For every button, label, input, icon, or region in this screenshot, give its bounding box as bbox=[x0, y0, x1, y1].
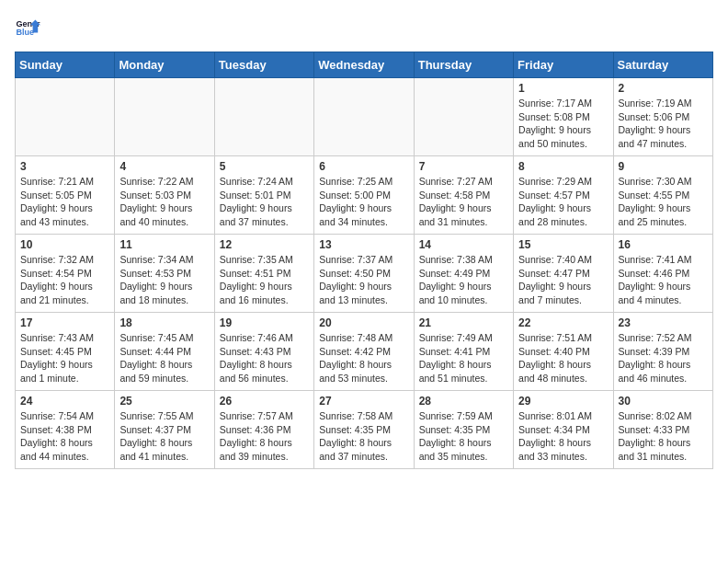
calendar-cell bbox=[214, 78, 313, 156]
day-number: 13 bbox=[319, 238, 408, 251]
cell-info: Sunrise: 8:01 AM Sunset: 4:34 PM Dayligh… bbox=[518, 409, 608, 464]
calendar-week-row: 24Sunrise: 7:54 AM Sunset: 4:38 PM Dayli… bbox=[16, 391, 713, 469]
cell-info: Sunrise: 7:46 AM Sunset: 4:43 PM Dayligh… bbox=[220, 331, 309, 385]
cell-info: Sunrise: 7:25 AM Sunset: 5:00 PM Dayligh… bbox=[319, 175, 408, 229]
calendar-cell: 22Sunrise: 7:51 AM Sunset: 4:40 PM Dayli… bbox=[514, 313, 613, 391]
cell-info: Sunrise: 8:02 AM Sunset: 4:33 PM Dayligh… bbox=[619, 409, 708, 464]
weekday-header-sunday: Sunday bbox=[16, 52, 115, 78]
day-number: 14 bbox=[419, 238, 508, 251]
calendar-cell: 27Sunrise: 7:58 AM Sunset: 4:35 PM Dayli… bbox=[314, 391, 414, 469]
calendar-cell: 15Sunrise: 7:40 AM Sunset: 4:47 PM Dayli… bbox=[514, 235, 613, 313]
day-number: 28 bbox=[419, 395, 508, 408]
cell-info: Sunrise: 7:21 AM Sunset: 5:05 PM Dayligh… bbox=[20, 175, 109, 229]
cell-info: Sunrise: 7:43 AM Sunset: 4:45 PM Dayligh… bbox=[20, 331, 109, 385]
cell-info: Sunrise: 7:45 AM Sunset: 4:44 PM Dayligh… bbox=[119, 331, 209, 385]
weekday-header-monday: Monday bbox=[115, 52, 214, 78]
day-number: 27 bbox=[319, 395, 408, 408]
cell-info: Sunrise: 7:48 AM Sunset: 4:42 PM Dayligh… bbox=[319, 331, 408, 385]
day-number: 19 bbox=[220, 316, 309, 329]
day-number: 17 bbox=[20, 316, 109, 329]
calendar-cell: 23Sunrise: 7:52 AM Sunset: 4:39 PM Dayli… bbox=[613, 313, 712, 391]
cell-info: Sunrise: 7:30 AM Sunset: 4:55 PM Dayligh… bbox=[619, 175, 708, 229]
day-number: 29 bbox=[518, 395, 608, 408]
cell-info: Sunrise: 7:38 AM Sunset: 4:49 PM Dayligh… bbox=[419, 253, 508, 307]
day-number: 12 bbox=[220, 238, 309, 251]
day-number: 2 bbox=[619, 82, 708, 95]
day-number: 5 bbox=[220, 160, 309, 173]
calendar-week-row: 10Sunrise: 7:32 AM Sunset: 4:54 PM Dayli… bbox=[16, 235, 713, 313]
day-number: 25 bbox=[119, 395, 209, 408]
svg-text:Blue: Blue bbox=[16, 28, 34, 37]
cell-info: Sunrise: 7:24 AM Sunset: 5:01 PM Dayligh… bbox=[220, 175, 309, 229]
cell-info: Sunrise: 7:49 AM Sunset: 4:41 PM Dayligh… bbox=[419, 331, 508, 385]
day-number: 16 bbox=[619, 238, 708, 251]
calendar-week-row: 3Sunrise: 7:21 AM Sunset: 5:05 PM Daylig… bbox=[16, 156, 713, 235]
cell-info: Sunrise: 7:34 AM Sunset: 4:53 PM Dayligh… bbox=[119, 253, 209, 307]
cell-info: Sunrise: 7:52 AM Sunset: 4:39 PM Dayligh… bbox=[619, 331, 708, 385]
weekday-header-row: SundayMondayTuesdayWednesdayThursdayFrid… bbox=[16, 52, 713, 78]
cell-info: Sunrise: 7:37 AM Sunset: 4:50 PM Dayligh… bbox=[319, 253, 408, 307]
calendar-cell: 25Sunrise: 7:55 AM Sunset: 4:37 PM Dayli… bbox=[115, 391, 214, 469]
calendar-cell: 4Sunrise: 7:22 AM Sunset: 5:03 PM Daylig… bbox=[115, 156, 214, 235]
cell-info: Sunrise: 7:29 AM Sunset: 4:57 PM Dayligh… bbox=[518, 175, 608, 229]
cell-info: Sunrise: 7:22 AM Sunset: 5:03 PM Dayligh… bbox=[119, 175, 209, 229]
calendar-cell: 18Sunrise: 7:45 AM Sunset: 4:44 PM Dayli… bbox=[115, 313, 214, 391]
calendar-cell: 10Sunrise: 7:32 AM Sunset: 4:54 PM Dayli… bbox=[16, 235, 115, 313]
calendar-week-row: 1Sunrise: 7:17 AM Sunset: 5:08 PM Daylig… bbox=[16, 78, 713, 156]
day-number: 30 bbox=[619, 395, 708, 408]
calendar-cell: 8Sunrise: 7:29 AM Sunset: 4:57 PM Daylig… bbox=[514, 156, 613, 235]
calendar-cell: 14Sunrise: 7:38 AM Sunset: 4:49 PM Dayli… bbox=[414, 235, 513, 313]
day-number: 9 bbox=[619, 160, 708, 173]
weekday-header-friday: Friday bbox=[514, 52, 613, 78]
day-number: 6 bbox=[319, 160, 408, 173]
calendar-table: SundayMondayTuesdayWednesdayThursdayFrid… bbox=[15, 52, 713, 469]
cell-info: Sunrise: 7:32 AM Sunset: 4:54 PM Dayligh… bbox=[20, 253, 109, 307]
day-number: 21 bbox=[419, 316, 508, 329]
day-number: 4 bbox=[119, 160, 209, 173]
calendar-cell: 30Sunrise: 8:02 AM Sunset: 4:33 PM Dayli… bbox=[613, 391, 712, 469]
calendar-cell: 29Sunrise: 8:01 AM Sunset: 4:34 PM Dayli… bbox=[514, 391, 613, 469]
calendar-cell: 28Sunrise: 7:59 AM Sunset: 4:35 PM Dayli… bbox=[414, 391, 513, 469]
day-number: 8 bbox=[518, 160, 608, 173]
calendar-cell: 6Sunrise: 7:25 AM Sunset: 5:00 PM Daylig… bbox=[314, 156, 414, 235]
weekday-header-saturday: Saturday bbox=[613, 52, 712, 78]
calendar-cell bbox=[115, 78, 214, 156]
cell-info: Sunrise: 7:58 AM Sunset: 4:35 PM Dayligh… bbox=[319, 409, 408, 464]
calendar-cell: 21Sunrise: 7:49 AM Sunset: 4:41 PM Dayli… bbox=[414, 313, 513, 391]
day-number: 3 bbox=[20, 160, 109, 173]
cell-info: Sunrise: 7:55 AM Sunset: 4:37 PM Dayligh… bbox=[119, 409, 209, 464]
cell-info: Sunrise: 7:41 AM Sunset: 4:46 PM Dayligh… bbox=[619, 253, 708, 307]
day-number: 22 bbox=[518, 316, 608, 329]
cell-info: Sunrise: 7:54 AM Sunset: 4:38 PM Dayligh… bbox=[20, 409, 109, 464]
day-number: 1 bbox=[518, 82, 608, 95]
day-number: 15 bbox=[518, 238, 608, 251]
cell-info: Sunrise: 7:40 AM Sunset: 4:47 PM Dayligh… bbox=[518, 253, 608, 307]
calendar-cell: 16Sunrise: 7:41 AM Sunset: 4:46 PM Dayli… bbox=[613, 235, 712, 313]
weekday-header-wednesday: Wednesday bbox=[314, 52, 414, 78]
calendar-cell bbox=[414, 78, 513, 156]
calendar-cell: 9Sunrise: 7:30 AM Sunset: 4:55 PM Daylig… bbox=[613, 156, 712, 235]
cell-info: Sunrise: 7:57 AM Sunset: 4:36 PM Dayligh… bbox=[220, 409, 309, 464]
day-number: 20 bbox=[319, 316, 408, 329]
calendar-cell: 17Sunrise: 7:43 AM Sunset: 4:45 PM Dayli… bbox=[16, 313, 115, 391]
calendar-cell: 26Sunrise: 7:57 AM Sunset: 4:36 PM Dayli… bbox=[214, 391, 313, 469]
cell-info: Sunrise: 7:35 AM Sunset: 4:51 PM Dayligh… bbox=[220, 253, 309, 307]
calendar-cell: 1Sunrise: 7:17 AM Sunset: 5:08 PM Daylig… bbox=[514, 78, 613, 156]
day-number: 24 bbox=[20, 395, 109, 408]
cell-info: Sunrise: 7:17 AM Sunset: 5:08 PM Dayligh… bbox=[518, 97, 608, 151]
day-number: 10 bbox=[20, 238, 109, 251]
calendar-week-row: 17Sunrise: 7:43 AM Sunset: 4:45 PM Dayli… bbox=[16, 313, 713, 391]
day-number: 7 bbox=[419, 160, 508, 173]
calendar-cell: 11Sunrise: 7:34 AM Sunset: 4:53 PM Dayli… bbox=[115, 235, 214, 313]
page-header: General Blue bbox=[15, 15, 713, 40]
calendar-cell: 24Sunrise: 7:54 AM Sunset: 4:38 PM Dayli… bbox=[16, 391, 115, 469]
cell-info: Sunrise: 7:27 AM Sunset: 4:58 PM Dayligh… bbox=[419, 175, 508, 229]
logo: General Blue bbox=[15, 15, 40, 40]
day-number: 11 bbox=[119, 238, 209, 251]
calendar-cell: 5Sunrise: 7:24 AM Sunset: 5:01 PM Daylig… bbox=[214, 156, 313, 235]
calendar-cell: 20Sunrise: 7:48 AM Sunset: 4:42 PM Dayli… bbox=[314, 313, 414, 391]
day-number: 26 bbox=[220, 395, 309, 408]
logo-icon: General Blue bbox=[15, 15, 40, 40]
calendar-cell: 2Sunrise: 7:19 AM Sunset: 5:06 PM Daylig… bbox=[613, 78, 712, 156]
calendar-cell: 13Sunrise: 7:37 AM Sunset: 4:50 PM Dayli… bbox=[314, 235, 414, 313]
